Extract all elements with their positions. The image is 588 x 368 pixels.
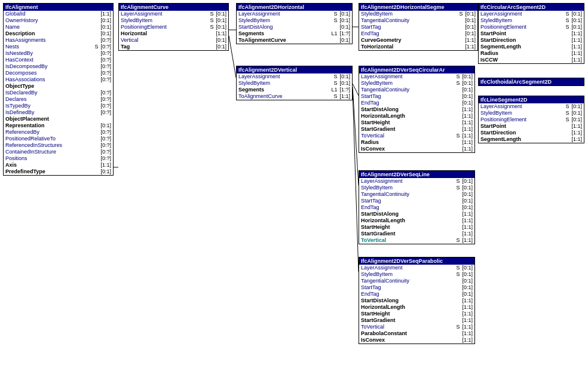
field-meta-startgradient: [1:1] xyxy=(460,317,473,324)
field-row-styledbyitem: StyledByItemS[0:1] xyxy=(479,110,584,116)
field-row-isdeclaredby: IsDeclaredBy[0:?] xyxy=(4,90,113,96)
field-meta-nests: S[0:?] xyxy=(93,44,111,50)
field-name-styledbyitem: StyledByItem xyxy=(121,17,152,24)
field-row-tovertical: ToVerticalS[1:1] xyxy=(359,237,474,244)
field-meta-startheight: [1:1] xyxy=(460,119,473,126)
field-type: S xyxy=(333,17,337,24)
field-row-layerassignment: LayerAssignmentS[0:1] xyxy=(359,73,474,80)
field-type: S xyxy=(456,265,460,271)
field-meta-isdefinedby: [0:?] xyxy=(98,109,111,116)
field-mult: [1:1] xyxy=(462,119,473,126)
field-meta-tangentialcontinuity: [0:1] xyxy=(460,87,473,93)
field-row-declares: Declares[0:?] xyxy=(4,96,113,103)
field-mult: [1:1] xyxy=(100,162,111,168)
field-row-decomposes: Decomposes[0:?] xyxy=(4,70,113,76)
field-mult: [1:1] xyxy=(462,133,473,139)
field-row-endtag: EndTag[0:1] xyxy=(359,291,474,298)
field-type: S xyxy=(565,17,569,24)
field-name-startdirection: StartDirection xyxy=(480,37,516,44)
field-mult: [0:?] xyxy=(100,149,111,155)
field-row-styledbyitem: StyledByItemS[0:1] xyxy=(237,80,352,87)
field-mult: [0:1] xyxy=(100,122,111,129)
field-name-styledbyitem: StyledByItem xyxy=(361,11,393,17)
field-row-starttag: StartTag[0:1] xyxy=(359,93,474,100)
field-row-layerassignment: LayerAssignmentS[0:1] xyxy=(237,73,352,80)
field-mult: [0:1] xyxy=(100,168,111,175)
field-meta-radius: [1:1] xyxy=(569,50,582,57)
field-meta-startdistalong: [1:1] xyxy=(460,106,473,113)
field-mult: [0:1] xyxy=(462,93,473,100)
field-meta-tovertical: S[1:1] xyxy=(455,133,473,139)
field-mult: [1:1] xyxy=(462,298,473,304)
field-meta-startdistalong: [1:1] xyxy=(460,298,473,304)
field-name-curvegeometry: CurveGeometry xyxy=(361,37,402,44)
field-mult: [0:1] xyxy=(465,17,476,24)
field-name-layerassignment: LayerAssignment xyxy=(238,73,280,80)
field-name-endtag: EndTag xyxy=(361,30,379,37)
field-type: S xyxy=(456,73,460,80)
field-row-referencedby: ReferencedBy[0:?] xyxy=(4,129,113,136)
field-row-isdefinedby: IsDefinedBy[0:?] xyxy=(4,109,113,116)
field-name-layerassignment: LayerAssignment xyxy=(238,11,280,17)
field-row-layerassignment: LayerAssignmentS[0:1] xyxy=(479,11,584,17)
field-meta-startgradient: [1:1] xyxy=(460,126,473,133)
field-meta-tovertical: S[1:1] xyxy=(455,324,473,330)
field-mult: [0:1] xyxy=(339,24,350,30)
field-name-horizontallength: HorizontalLength xyxy=(361,113,405,119)
field-row-radius: Radius[1:1] xyxy=(359,139,474,146)
field-name-isconvex: IsConvex xyxy=(361,146,385,152)
field-mult: [0:1] xyxy=(339,37,350,44)
field-mult: [1:1] xyxy=(462,217,473,224)
canvas: IfcAlignmentGlobalId[1:1]OwnerHistory[0:… xyxy=(0,0,588,368)
field-name-layerassignment: LayerAssignment xyxy=(480,11,522,17)
field-row-starttag: StartTag[0:1] xyxy=(359,24,477,30)
field-name-styledbyitem: StyledByItem xyxy=(238,80,270,87)
field-mult: [1:1] xyxy=(465,44,476,50)
field-meta-tangentialcontinuity: [0:1] xyxy=(460,278,473,284)
field-row-layerassignment: LayerAssignmentS[0:1] xyxy=(359,178,474,185)
field-meta-tovertical: S[1:1] xyxy=(455,237,473,244)
field-mult: [0:1] xyxy=(465,24,476,30)
field-mult: [0:1] xyxy=(462,185,473,191)
field-meta-radius: [1:1] xyxy=(460,139,473,146)
field-name-hascontext: HasContext xyxy=(5,57,33,63)
field-row-startgradient: StartGradient[1:1] xyxy=(359,231,474,237)
field-meta-isdeclaredby: [0:?] xyxy=(98,90,111,96)
field-row-endtag: EndTag[0:1] xyxy=(359,30,477,37)
field-name-description: Description xyxy=(5,30,35,37)
field-mult: [1:1] xyxy=(462,231,473,237)
field-type: S xyxy=(333,73,337,80)
field-name-tangentialcontinuity: TangentialContinuity xyxy=(361,87,409,93)
field-name-tangentialcontinuity: TangentialContinuity xyxy=(361,191,409,198)
field-mult: [1:1] xyxy=(571,123,582,130)
field-mult: [0:1] xyxy=(462,73,473,80)
field-mult: [0:?] xyxy=(100,57,111,63)
field-meta-containedinstructure: [0:?] xyxy=(98,149,111,155)
field-name-styledbyitem: StyledByItem xyxy=(238,17,270,24)
field-row-objectplacement: ObjectPlacement xyxy=(4,116,113,122)
field-mult: [0:1] xyxy=(216,17,226,24)
field-meta-tangentialcontinuity: [0:1] xyxy=(460,191,473,198)
uml-box-ifcLineSegment2D: IfcLineSegment2DLayerAssignmentS[0:1]Sty… xyxy=(478,96,584,143)
field-row-startpoint: StartPoint[1:1] xyxy=(479,123,584,130)
field-name-name: Name xyxy=(5,24,20,30)
uml-box-ifcAlignment2DVertical: IfcAlignment2DVerticalLayerAssignmentS[0… xyxy=(236,66,353,100)
field-type: S xyxy=(565,11,569,17)
field-meta-isdecomposedby: [0:?] xyxy=(98,63,111,70)
field-mult: [0:?] xyxy=(100,103,111,109)
field-meta-horizontallength: [1:1] xyxy=(460,304,473,311)
field-meta-hascontext: [0:?] xyxy=(98,57,111,63)
field-row-startgradient: StartGradient[1:1] xyxy=(359,126,474,133)
field-type: S xyxy=(565,116,569,123)
field-row-segmentlength: SegmentLength[1:1] xyxy=(479,136,584,143)
field-name-layerassignment: LayerAssignment xyxy=(361,178,403,185)
field-name-isdeclaredby: IsDeclaredBy xyxy=(5,90,38,96)
svg-line-2 xyxy=(229,36,236,78)
field-meta-toalignmentcurve: [0:1] xyxy=(337,37,350,44)
body-ifcAlignment2DVertical: LayerAssignmentS[0:1]StyledByItemS[0:1]S… xyxy=(237,73,352,100)
field-name-nests: Nests xyxy=(5,44,19,50)
field-name-endtag: EndTag xyxy=(361,204,379,211)
field-meta-parabolaconstant: [1:1] xyxy=(460,330,473,337)
field-row-segmentlength: SegmentLength[1:1] xyxy=(479,44,584,50)
field-meta-horizontallength: [1:1] xyxy=(460,217,473,224)
